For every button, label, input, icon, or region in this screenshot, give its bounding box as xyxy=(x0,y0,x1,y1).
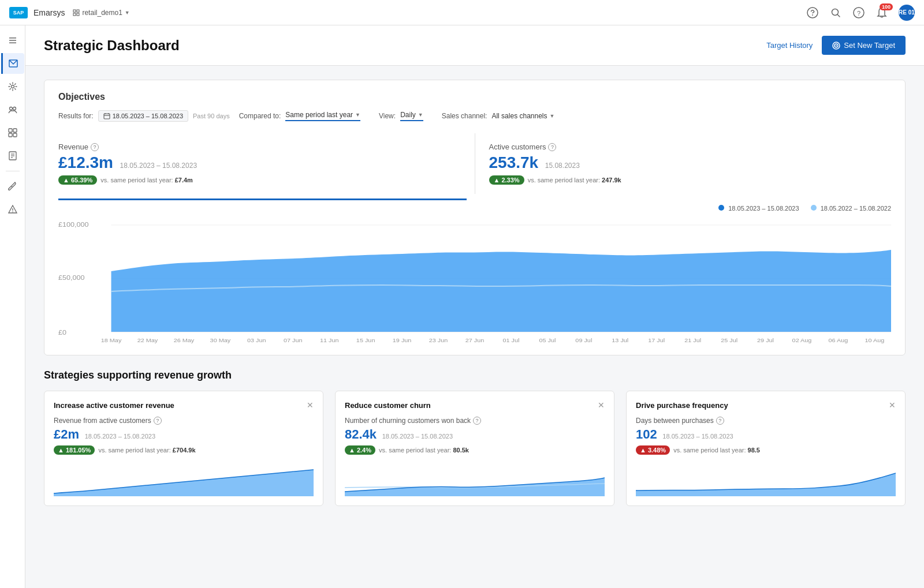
objectives-title: Objectives xyxy=(58,92,891,102)
notifications-icon[interactable]: 100 xyxy=(875,6,888,19)
help-icon[interactable]: ? xyxy=(852,6,865,19)
strategy-card-3-date: 18.05.2023 – 15.08.2023 xyxy=(662,433,733,440)
set-new-target-button[interactable]: Set New Target xyxy=(822,36,906,55)
sidebar-divider xyxy=(6,171,20,171)
strategies-grid: Increase active customer revenue ✕ Reven… xyxy=(44,391,906,506)
compared-to-value: Same period last year xyxy=(285,111,353,119)
strategy-card-2-info-icon[interactable]: ? xyxy=(473,417,481,425)
main-chart: £100,000 £50,000 £0 18 May 22 M xyxy=(58,216,891,343)
svg-rect-3 xyxy=(77,13,79,16)
svg-text:05 Jul: 05 Jul xyxy=(539,338,556,343)
svg-text:09 Jul: 09 Jul xyxy=(575,338,592,343)
target-history-link[interactable]: Target History xyxy=(766,41,813,50)
view-value: Daily xyxy=(400,111,416,119)
legend-current: 18.05.2023 – 15.08.2023 xyxy=(718,205,799,212)
svg-point-15 xyxy=(9,107,12,110)
active-customers-date: 15.08.2023 xyxy=(545,162,580,170)
svg-rect-1 xyxy=(77,10,79,12)
active-customers-badge: ▲ 2.33% xyxy=(489,175,524,185)
svg-text:18 May: 18 May xyxy=(101,338,122,343)
revenue-vs-value: £7.4m xyxy=(175,177,193,183)
svg-text:£0: £0 xyxy=(58,329,66,336)
sales-channel-label: Sales channel: xyxy=(442,112,487,120)
svg-text:£100,000: £100,000 xyxy=(58,221,89,229)
strategy-card-1-vs: vs. same period last year: £704.9k xyxy=(98,447,195,454)
sidebar xyxy=(0,25,25,588)
svg-text:22 May: 22 May xyxy=(137,338,159,343)
active-customers-vs: vs. same period last year: 247.9k xyxy=(528,177,621,183)
strategy-card-1-badge: ▲ 181.05% xyxy=(54,445,95,455)
strategy-card-2-value-row: 82.4k 18.05.2023 – 15.08.2023 xyxy=(345,427,605,442)
strategy-card-2-vs-value: 80.5k xyxy=(453,447,469,454)
avatar[interactable]: RE 01 xyxy=(899,5,915,21)
strategy-card-3-chart xyxy=(636,462,896,496)
sidebar-item-reports[interactable] xyxy=(2,145,23,166)
svg-rect-18 xyxy=(13,129,17,132)
strategy-card-3-title: Drive purchase frequency xyxy=(636,401,728,410)
help-center-icon[interactable] xyxy=(806,6,819,19)
svg-point-14 xyxy=(11,85,14,88)
strategy-card-1-title: Increase active customer revenue xyxy=(54,401,174,410)
strategy-card-3-badge: ▲ 3.48% xyxy=(636,445,670,455)
strategy-card-1-value: £2m xyxy=(54,427,79,441)
header-actions: Target History Set New Target xyxy=(766,36,906,55)
workspace-selector[interactable]: retail_demo1 ▼ xyxy=(73,9,129,17)
strategy-card-3-close[interactable]: ✕ xyxy=(889,400,896,410)
strategy-card-3: Drive purchase frequency ✕ Days between … xyxy=(626,391,906,506)
sidebar-item-alerts[interactable] xyxy=(2,199,23,220)
svg-line-7 xyxy=(838,14,840,17)
svg-rect-17 xyxy=(9,129,12,132)
active-customers-panel: Active customers ? 253.7k 15.08.2023 ▲ 2… xyxy=(489,133,892,194)
strategy-card-2-value: 82.4k xyxy=(345,427,377,441)
compared-to-filter[interactable]: Same period last year ▼ xyxy=(285,111,360,121)
target-icon xyxy=(832,42,840,50)
sales-chevron: ▼ xyxy=(550,113,555,119)
sidebar-item-segments[interactable] xyxy=(2,99,23,120)
active-customers-badge-row: ▲ 2.33% vs. same period last year: 247.9… xyxy=(489,175,892,185)
strategy-card-1-info-icon[interactable]: ? xyxy=(154,417,162,425)
sidebar-item-email[interactable] xyxy=(1,53,24,74)
strategy-card-1: Increase active customer revenue ✕ Reven… xyxy=(44,391,323,506)
chart-area: 18.05.2023 – 15.08.2023 18.05.2022 – 15.… xyxy=(58,205,891,343)
view-chevron: ▼ xyxy=(418,112,423,118)
svg-rect-12 xyxy=(9,43,16,44)
notification-count: 100 xyxy=(880,3,893,10)
revenue-info-icon[interactable]: ? xyxy=(91,143,99,151)
svg-text:13 Jul: 13 Jul xyxy=(612,338,628,343)
strategy-card-2-date: 18.05.2023 – 15.08.2023 xyxy=(382,433,453,440)
strategy-card-3-value-row: 102 18.05.2023 – 15.08.2023 xyxy=(636,427,896,442)
active-customers-vs-value: 247.9k xyxy=(602,177,621,183)
strategy-card-2-chart xyxy=(345,462,605,496)
sidebar-item-tools[interactable] xyxy=(2,176,23,197)
strategy-card-3-badge-row: ▲ 3.48% vs. same period last year: 98.5 xyxy=(636,445,896,455)
svg-text:23 Jun: 23 Jun xyxy=(429,338,448,343)
svg-text:30 May: 30 May xyxy=(210,338,232,343)
svg-rect-10 xyxy=(9,38,16,39)
svg-text:19 Jun: 19 Jun xyxy=(393,338,412,343)
sidebar-item-dashboard[interactable] xyxy=(2,122,23,143)
workspace-chevron: ▼ xyxy=(125,10,130,16)
svg-point-27 xyxy=(12,211,13,212)
strategy-card-3-info-icon[interactable]: ? xyxy=(716,417,724,425)
compared-to-label: Compared to: xyxy=(239,112,281,120)
active-customers-info-icon[interactable]: ? xyxy=(548,143,556,151)
sales-channel-filter[interactable]: All sales channels ▼ xyxy=(491,112,554,120)
view-filter[interactable]: Daily ▼ xyxy=(400,111,423,121)
sidebar-item-expand[interactable] xyxy=(2,30,23,51)
set-target-label: Set New Target xyxy=(844,41,895,50)
objectives-card: Objectives Results for: 18.05.2023 – 15.… xyxy=(44,80,906,355)
strategy-card-2-title: Reduce customer churn xyxy=(345,401,431,410)
search-icon[interactable] xyxy=(829,6,842,19)
strategy-card-1-vs-value: £704.9k xyxy=(173,447,196,454)
compared-chevron: ▼ xyxy=(355,112,360,118)
date-range-filter[interactable]: 18.05.2023 – 15.08.2023 xyxy=(98,110,188,122)
svg-point-5 xyxy=(812,14,813,16)
strategy-card-2-close[interactable]: ✕ xyxy=(598,400,605,410)
active-customers-label: Active customers ? xyxy=(489,143,892,151)
svg-text:27 Jun: 27 Jun xyxy=(465,338,485,343)
strategy-card-1-close[interactable]: ✕ xyxy=(307,400,314,410)
svg-rect-31 xyxy=(104,114,110,119)
svg-rect-11 xyxy=(9,40,16,41)
svg-text:03 Jun: 03 Jun xyxy=(247,338,266,343)
sidebar-item-settings[interactable] xyxy=(2,76,23,97)
